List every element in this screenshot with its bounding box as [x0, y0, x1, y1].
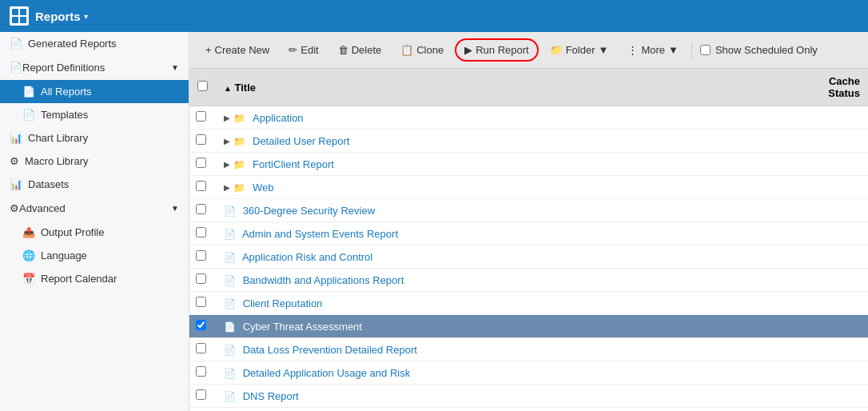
- report-definitions-icon: 📄: [10, 62, 22, 74]
- row-title-link[interactable]: Web: [253, 182, 274, 194]
- row-title-content: 📄 Data Loss Prevention Detailed Report: [224, 344, 417, 356]
- sidebar-item-templates[interactable]: 📄 Templates: [0, 103, 189, 126]
- sidebar-item-report-definitions[interactable]: 📄 Report Definitions ▼: [0, 55, 189, 80]
- row-expand-button[interactable]: ▶ 📁 Application: [224, 112, 304, 124]
- table-row[interactable]: ▶ 📁 Application: [189, 106, 868, 130]
- edit-button[interactable]: ✏ Edit: [281, 40, 326, 60]
- table-body: ▶ 📁 Application ▶ 📁 Detailed User Report…: [189, 106, 868, 412]
- row-checkbox[interactable]: [196, 204, 206, 214]
- folder-button[interactable]: 📁 Folder ▼: [542, 40, 617, 60]
- file-icon: 📄: [224, 206, 236, 217]
- row-checkbox[interactable]: [196, 389, 206, 400]
- sidebar-item-all-reports[interactable]: 📄 All Reports: [0, 80, 189, 103]
- sidebar-item-output-profile[interactable]: 📤 Output Profile: [0, 221, 189, 244]
- row-title-link[interactable]: Client Reputation: [243, 297, 323, 309]
- row-title-cell: 📄 Admin and System Events Report: [216, 222, 788, 245]
- row-cache-status-cell: [788, 269, 868, 292]
- show-scheduled-checkbox[interactable]: [700, 45, 711, 55]
- table-row[interactable]: 📄 360-Degree Security Review: [189, 199, 868, 222]
- file-icon: 📄: [224, 391, 236, 402]
- sidebar-item-language[interactable]: 🌐 Language: [0, 244, 189, 267]
- row-checkbox[interactable]: [196, 158, 206, 168]
- clone-button[interactable]: 📋 Clone: [392, 40, 452, 60]
- row-title-cell: 📄 Bandwidth and Applications Report: [216, 269, 788, 292]
- sidebar-label-templates: Templates: [41, 109, 88, 121]
- toolbar-separator: [691, 42, 692, 58]
- macro-library-icon: ⚙: [10, 155, 19, 167]
- title-dropdown-arrow[interactable]: ▾: [84, 12, 88, 21]
- row-checkbox-cell: [189, 130, 216, 153]
- row-cache-status-cell: [788, 338, 868, 361]
- row-title-content: 📄 Application Risk and Control: [224, 251, 372, 263]
- sidebar-item-report-calendar[interactable]: 📅 Report Calendar: [0, 267, 189, 290]
- row-title-link[interactable]: 360-Degree Security Review: [243, 205, 375, 217]
- show-scheduled-label[interactable]: Show Scheduled Only: [700, 44, 818, 56]
- row-title-link[interactable]: FortiClient Report: [253, 158, 334, 170]
- row-checkbox[interactable]: [196, 273, 206, 284]
- col-header-title[interactable]: ▲ Title: [216, 69, 788, 106]
- file-icon: 📄: [224, 275, 236, 286]
- file-icon: 📄: [224, 368, 236, 379]
- row-checkbox[interactable]: [196, 111, 206, 122]
- row-title-link[interactable]: Application: [253, 112, 304, 124]
- row-expand-button[interactable]: ▶ 📁 Detailed User Report: [224, 135, 349, 147]
- row-title-cell: ▶ 📁 Detailed User Report: [216, 130, 788, 153]
- table-header-row: ▲ Title Cache Status: [189, 69, 868, 106]
- row-cache-status-cell: [788, 245, 868, 269]
- row-checkbox-cell: [189, 315, 216, 338]
- sidebar-item-datasets[interactable]: 📊 Datasets: [0, 173, 189, 196]
- row-checkbox[interactable]: [196, 297, 206, 307]
- row-title-link[interactable]: Data Loss Prevention Detailed Report: [243, 344, 417, 356]
- row-cache-status-cell: [788, 408, 868, 412]
- sidebar-label-chart-library: Chart Library: [28, 132, 88, 144]
- row-cache-status-cell: [788, 361, 868, 385]
- row-checkbox[interactable]: [196, 227, 206, 237]
- sidebar-label-all-reports: All Reports: [41, 86, 92, 98]
- sidebar-label-report-definitions: Report Definitions: [22, 62, 105, 74]
- row-checkbox[interactable]: [196, 366, 206, 377]
- row-checkbox[interactable]: [196, 181, 206, 191]
- app-grid-icon[interactable]: [10, 6, 29, 26]
- row-title-link[interactable]: DNS Report: [243, 390, 299, 402]
- row-title-link[interactable]: Admin and System Events Report: [242, 228, 398, 240]
- table-row[interactable]: 📄 Bandwidth and Applications Report: [189, 269, 868, 292]
- delete-button[interactable]: 🗑 Delete: [330, 40, 390, 60]
- sidebar-item-advanced[interactable]: ⚙ Advanced ▼: [0, 196, 189, 221]
- row-checkbox[interactable]: [196, 320, 206, 330]
- table-row[interactable]: ▶ 📁 Detailed User Report: [189, 130, 868, 153]
- row-checkbox[interactable]: [196, 343, 206, 353]
- table-row[interactable]: 📄 Admin and System Events Report: [189, 222, 868, 245]
- row-title-link[interactable]: Application Risk and Control: [242, 251, 372, 263]
- row-expand-button[interactable]: ▶ 📁 FortiClient Report: [224, 158, 334, 170]
- row-title-link[interactable]: Detailed Application Usage and Risk: [243, 367, 411, 379]
- row-title-link[interactable]: Detailed User Report: [253, 135, 349, 147]
- row-title-cell: ▶ 📁 FortiClient Report: [216, 153, 788, 176]
- row-title-link[interactable]: Bandwidth and Applications Report: [243, 274, 404, 286]
- report-calendar-icon: 📅: [22, 273, 35, 285]
- sidebar-item-generated-reports[interactable]: 📄 Generated Reports: [0, 32, 189, 55]
- table-row[interactable]: 📄 Application Risk and Control: [189, 245, 868, 269]
- select-all-checkbox[interactable]: [197, 81, 208, 91]
- row-expand-button[interactable]: ▶ 📁 Web: [224, 182, 274, 194]
- sidebar-item-chart-library[interactable]: 📊 Chart Library: [0, 126, 189, 150]
- table-row[interactable]: 📄 Cyber Threat Assessment: [189, 315, 868, 338]
- row-checkbox-cell: [189, 245, 216, 269]
- run-report-button[interactable]: ▶ Run Report: [455, 38, 538, 62]
- row-title-link[interactable]: Cyber Threat Assessment: [243, 321, 362, 333]
- create-new-button[interactable]: + Create New: [197, 40, 277, 60]
- table-row[interactable]: ▶ 📁 FortiClient Report: [189, 153, 868, 176]
- row-checkbox-cell: [189, 106, 216, 130]
- more-button[interactable]: ⋮ More ▼: [619, 40, 687, 60]
- sidebar-item-macro-library[interactable]: ⚙ Macro Library: [0, 150, 189, 173]
- sidebar-label-report-calendar: Report Calendar: [41, 273, 117, 285]
- table-row[interactable]: 📄 Client Reputation: [189, 292, 868, 315]
- row-checkbox[interactable]: [196, 250, 206, 261]
- row-checkbox[interactable]: [196, 134, 206, 145]
- table-row[interactable]: 📄 Email Report: [189, 408, 868, 412]
- row-checkbox-cell: [189, 269, 216, 292]
- sidebar: 📄 Generated Reports 📄 Report Definitions…: [0, 32, 189, 411]
- table-row[interactable]: 📄 DNS Report: [189, 385, 868, 408]
- table-row[interactable]: 📄 Detailed Application Usage and Risk: [189, 361, 868, 385]
- table-row[interactable]: 📄 Data Loss Prevention Detailed Report: [189, 338, 868, 361]
- table-row[interactable]: ▶ 📁 Web: [189, 176, 868, 199]
